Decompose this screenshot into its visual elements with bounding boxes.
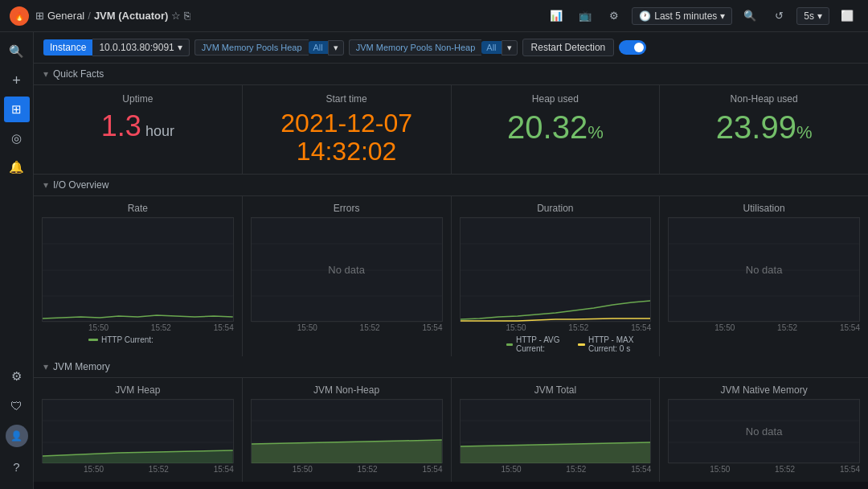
jvm-total-inner bbox=[460, 399, 652, 463]
jvm-nonheap-inner bbox=[251, 399, 443, 463]
heap-all-dropdown[interactable]: ▾ bbox=[328, 40, 344, 55]
errors-chart-inner: No data bbox=[251, 217, 443, 322]
rate-chart-area: 1 ops/s 0.750 ops/s 0.500 ops/s 0.250 op… bbox=[42, 217, 234, 322]
errors-xaxis: 15:50 15:52 15:54 bbox=[297, 322, 443, 334]
jvm-total-xaxis: 15:50 15:52 15:54 bbox=[502, 463, 652, 475]
duration-chart-area: 1 s 750 ms 500 ms 250 ms 0 s bbox=[460, 217, 652, 322]
nonheap-used-value: 23.99% bbox=[669, 109, 858, 146]
jvm-native-no-data: No data bbox=[746, 425, 783, 438]
apps-icon: ⊞ bbox=[35, 10, 44, 22]
sidebar-item-alerts[interactable]: 🔔 bbox=[4, 154, 30, 180]
io-header: ▾ I/O Overview bbox=[34, 175, 868, 196]
breadcrumb-home[interactable]: General bbox=[47, 10, 84, 22]
restart-detection-toggle[interactable] bbox=[619, 40, 646, 55]
settings-button[interactable]: ⚙ bbox=[603, 5, 625, 27]
jvm-native-area: 1 B 0.750 B No data bbox=[668, 399, 860, 463]
jvm-native-chart: JVM Native Memory 1 B 0.750 B No data bbox=[660, 378, 868, 482]
errors-chart-area: 1 ops/s 0.750 ops/s 0.500 ops/s 0.250 op… bbox=[251, 217, 443, 322]
rate-legend: HTTP Current: bbox=[88, 335, 234, 344]
rate-legend-http: HTTP Current: bbox=[88, 335, 154, 344]
sidebar-item-explore[interactable]: ◎ bbox=[4, 125, 30, 151]
time-range-label: Last 5 minutes bbox=[654, 10, 717, 22]
refresh-interval-picker[interactable]: 5s ▾ bbox=[796, 7, 829, 25]
heap-used-value: 20.32% bbox=[461, 109, 650, 146]
utilisation-chart: Utilisation 1 0.750 0.500 0.250 0 No dat… bbox=[660, 196, 868, 356]
instance-filter-label[interactable]: Instance bbox=[43, 39, 92, 55]
sidebar-item-search[interactable]: 🔍 bbox=[4, 39, 30, 64]
duration-title: Duration bbox=[460, 203, 652, 214]
jvm-heap-chart: JVM Heap 2.33 GiB 1.86 GiB 1.40 GiB 954 … bbox=[34, 378, 242, 482]
duration-legend-max: HTTP - MAX Current: 0 s bbox=[578, 335, 651, 353]
jvm-header: ▾ JVM Memory bbox=[34, 356, 868, 378]
heap-used-cell: Heap used 20.32% bbox=[452, 85, 660, 174]
breadcrumb-separator: / bbox=[88, 10, 91, 22]
sidebar-item-dashboards[interactable]: ⊞ bbox=[4, 97, 30, 122]
jvm-nonheap-chart: JVM Non-Heap 763 MiB 572 MiB 381 MiB bbox=[243, 378, 451, 482]
sidebar-item-help[interactable]: ? bbox=[4, 454, 30, 479]
rate-chart: Rate 1 ops/s 0.750 ops/s 0.500 ops/s 0.2… bbox=[34, 196, 242, 356]
quickfacts-title: Quick Facts bbox=[53, 68, 104, 80]
jvm-total-area: 2.79 GiB 1.86 GiB bbox=[460, 399, 652, 463]
tv-mode-button[interactable]: 📺 bbox=[574, 5, 596, 27]
topbar: 🔥 ⊞ General / JVM (Actuator) ☆ ⎘ 📊 📺 ⚙ 🕐… bbox=[0, 0, 868, 32]
zoom-out-button[interactable]: 🔍 bbox=[739, 5, 761, 27]
duration-avg-dot bbox=[506, 343, 513, 346]
refresh-button[interactable]: ↺ bbox=[768, 5, 790, 27]
app-logo: 🔥 bbox=[10, 6, 29, 26]
refresh-interval-label: 5s bbox=[804, 10, 814, 22]
starttime-value: 2021-12-07 14:32:02 bbox=[252, 109, 441, 166]
sidebar-item-settings[interactable]: ⚙ bbox=[4, 364, 30, 389]
nonheap-filter[interactable]: JVM Memory Pools Non-Heap All ▾ bbox=[349, 37, 518, 58]
chart-add-button[interactable]: 📊 bbox=[545, 5, 567, 27]
clock-icon: 🕐 bbox=[639, 10, 651, 22]
jvm-heap-inner bbox=[42, 399, 234, 463]
quickfacts-grid: Uptime 1.3 hour Start time 2021-12-07 14… bbox=[34, 85, 868, 175]
rate-title: Rate bbox=[42, 203, 234, 214]
starttime-cell: Start time 2021-12-07 14:32:02 bbox=[243, 85, 451, 174]
chevron-down-icon2: ▾ bbox=[817, 10, 822, 22]
heap-filter-label[interactable]: JVM Memory Pools Heap bbox=[194, 39, 309, 55]
duration-max-dot bbox=[578, 343, 584, 346]
nonheap-all-dropdown[interactable]: ▾ bbox=[502, 40, 518, 55]
duration-xaxis: 15:50 15:52 15:54 bbox=[506, 322, 652, 334]
sidebar-item-shield[interactable]: 🛡 bbox=[4, 392, 30, 418]
nonheap-all-tag[interactable]: All bbox=[481, 41, 501, 54]
jvm-native-title: JVM Native Memory bbox=[668, 384, 860, 396]
nonheap-filter-label[interactable]: JVM Memory Pools Non-Heap bbox=[349, 39, 482, 55]
jvm-grid: JVM Heap 2.33 GiB 1.86 GiB 1.40 GiB 954 … bbox=[34, 378, 868, 482]
sidebar: 🔍 + ⊞ ◎ 🔔 ⚙ 🛡 👤 ? bbox=[0, 32, 34, 489]
rate-chart-svg bbox=[43, 218, 233, 323]
svg-text:🔥: 🔥 bbox=[14, 11, 25, 22]
utilisation-chart-inner: No data bbox=[668, 217, 860, 322]
tv-expand-button[interactable]: ⬜ bbox=[836, 5, 858, 27]
jvm-heap-area: 2.33 GiB 1.86 GiB 1.40 GiB 954 MiB bbox=[42, 399, 234, 463]
jvm-nonheap-svg bbox=[252, 400, 442, 464]
chevron-down-icon5: ▾ bbox=[43, 179, 48, 191]
jvm-native-inner: No data bbox=[668, 399, 860, 463]
jvm-nonheap-title: JVM Non-Heap bbox=[251, 384, 443, 396]
rate-xaxis: 15:50 15:52 15:54 bbox=[88, 322, 234, 334]
sidebar-item-avatar[interactable]: 👤 bbox=[6, 425, 28, 447]
heap-used-label: Heap used bbox=[461, 93, 650, 105]
restart-detection-button[interactable]: Restart Detection bbox=[522, 39, 615, 56]
heap-filter[interactable]: JVM Memory Pools Heap All ▾ bbox=[194, 37, 344, 58]
star-icon[interactable]: ☆ bbox=[171, 10, 181, 22]
heap-all-tag[interactable]: All bbox=[309, 41, 328, 54]
utilisation-title: Utilisation bbox=[668, 203, 860, 214]
topbar-actions: 📊 📺 ⚙ 🕐 Last 5 minutes ▾ 🔍 ↺ 5s ▾ ⬜ bbox=[545, 5, 858, 27]
utilisation-no-data: No data bbox=[746, 264, 783, 276]
jvm-total-title: JVM Total bbox=[460, 384, 652, 396]
chevron-down-icon3: ▾ bbox=[178, 42, 182, 53]
jvm-nonheap-xaxis: 15:50 15:52 15:54 bbox=[293, 463, 443, 475]
instance-filter[interactable]: Instance 10.0.103.80:9091 ▾ bbox=[43, 37, 190, 58]
duration-chart-inner bbox=[460, 217, 652, 322]
rate-chart-inner bbox=[42, 217, 234, 322]
share-icon[interactable]: ⎘ bbox=[184, 10, 190, 22]
chevron-down-icon4: ▾ bbox=[43, 68, 48, 80]
nonheap-used-cell: Non-Heap used 23.99% bbox=[660, 85, 868, 174]
rate-legend-http-dot bbox=[88, 339, 98, 341]
time-range-picker[interactable]: 🕐 Last 5 minutes ▾ bbox=[632, 7, 732, 25]
instance-filter-value[interactable]: 10.0.103.80:9091 ▾ bbox=[92, 39, 189, 56]
sidebar-item-add[interactable]: + bbox=[4, 68, 30, 93]
duration-legend: HTTP - AVG Current: HTTP - MAX Current: … bbox=[506, 335, 652, 353]
